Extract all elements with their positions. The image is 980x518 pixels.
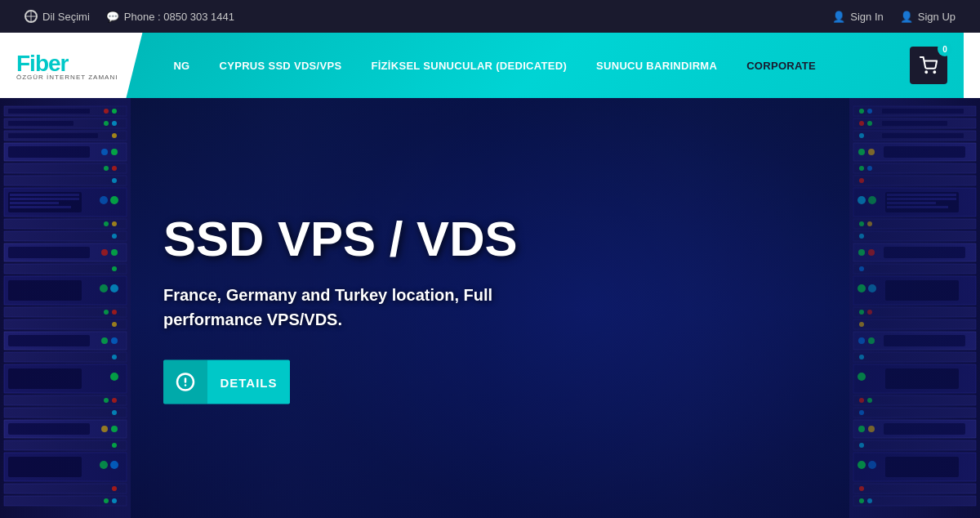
- nav-item-corporate[interactable]: CORPORATE: [732, 60, 831, 72]
- top-bar-right: 👤 Sign In 👤 Sign Up: [832, 11, 956, 23]
- phone-icon: 💬: [106, 11, 119, 23]
- nav-item-dedicated[interactable]: FİZİKSEL SUNUCULAR (DEDICATED): [356, 60, 581, 72]
- hero-section: SSD VPS / VDS France, Germany and Turkey…: [0, 98, 980, 518]
- phone-link[interactable]: 💬 Phone : 0850 303 1441: [106, 11, 234, 23]
- logo[interactable]: Fiber ÖZGÜR İNTERNET ZAMANI: [16, 51, 118, 81]
- signin-icon: 👤: [832, 11, 845, 23]
- signin-link[interactable]: 👤 Sign In: [832, 11, 883, 23]
- logo-icon: F: [16, 51, 29, 76]
- svg-point-0: [925, 71, 927, 73]
- nav-item-ng[interactable]: NG: [158, 60, 204, 72]
- details-button[interactable]: DETAILS: [163, 360, 290, 404]
- top-bar: Dil Seçimi 💬 Phone : 0850 303 1441 👤 Sig…: [0, 0, 980, 33]
- navbar: Fiber ÖZGÜR İNTERNET ZAMANI NG CYPRUS SS…: [0, 33, 980, 98]
- signup-label: Sign Up: [918, 11, 956, 23]
- nav-item-cyprus[interactable]: CYPRUS SSD VDS/VPS: [205, 60, 357, 72]
- language-selector[interactable]: Dil Seçimi: [24, 10, 90, 23]
- logo-fiber: iber: [29, 51, 68, 76]
- hero-subtitle: France, Germany and Turkey location, Ful…: [163, 283, 572, 332]
- cart-icon: [920, 56, 938, 74]
- phone-number: Phone : 0850 303 1441: [124, 11, 234, 23]
- language-label: Dil Seçimi: [42, 11, 90, 23]
- signup-icon: 👤: [900, 11, 913, 23]
- hero-title: SSD VPS / VDS: [163, 212, 572, 266]
- cart-badge: 0: [938, 42, 952, 56]
- signup-link[interactable]: 👤 Sign Up: [900, 11, 956, 23]
- signin-label: Sign In: [850, 11, 883, 23]
- details-icon: [163, 360, 207, 404]
- details-label: DETAILS: [207, 375, 290, 389]
- nav-item-hosting[interactable]: SUNUCU BARINDIRMA: [581, 60, 732, 72]
- hero-content: SSD VPS / VDS France, Germany and Turkey…: [131, 212, 604, 404]
- nav-menu: NG CYPRUS SSD VDS/VPS FİZİKSEL SUNUCULAR…: [126, 33, 964, 98]
- svg-point-1: [933, 71, 935, 73]
- cart-button[interactable]: 0: [910, 47, 947, 84]
- top-bar-left: Dil Seçimi 💬 Phone : 0850 303 1441: [24, 10, 234, 23]
